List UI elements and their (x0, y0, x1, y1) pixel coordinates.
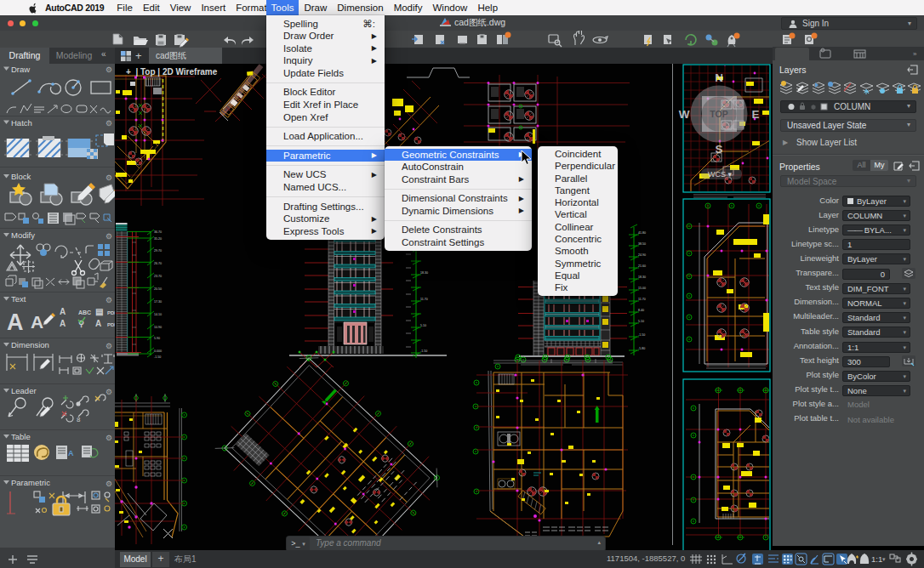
svg-text:A: A (95, 319, 101, 328)
svg-text:Dimension: Dimension (11, 340, 49, 349)
svg-text:⚙: ⚙ (106, 173, 112, 182)
svg-text:38.50: 38.50 (638, 242, 646, 246)
svg-text:⚙: ⚙ (106, 296, 112, 304)
svg-text:10.90: 10.90 (154, 326, 162, 329)
svg-text:PDF: PDF (107, 322, 115, 327)
svg-text:26.70: 26.70 (154, 262, 162, 265)
svg-text:⚙: ⚙ (106, 232, 112, 241)
svg-text:A: A (31, 312, 43, 332)
svg-text:11.70: 11.70 (420, 298, 428, 301)
svg-text:23.70: 23.70 (154, 275, 162, 278)
svg-text:-1.50: -1.50 (638, 333, 645, 337)
svg-text:5.10: 5.10 (638, 320, 644, 323)
svg-text:ABC: ABC (78, 310, 91, 315)
svg-text:A: A (60, 319, 66, 328)
svg-text:Table: Table (11, 432, 31, 441)
svg-text:-5.80: -5.80 (638, 347, 645, 350)
svg-text:A: A (7, 310, 24, 335)
svg-text:WCS ▾: WCS ▾ (708, 170, 732, 179)
svg-text:5.10: 5.10 (420, 324, 426, 327)
svg-text:W: W (679, 108, 690, 121)
svg-text:Leader: Leader (11, 386, 37, 395)
svg-text:-1.50: -1.50 (154, 355, 161, 359)
svg-text:5.90: 5.90 (154, 337, 160, 340)
svg-text:Modify: Modify (11, 230, 35, 240)
svg-text:⚙: ⚙ (106, 119, 112, 128)
svg-text:21.60: 21.60 (638, 264, 646, 268)
svg-text:⚙: ⚙ (106, 65, 112, 74)
svg-text:18.30: 18.30 (638, 275, 646, 279)
svg-text:⚙: ⚙ (106, 434, 112, 442)
svg-text:14.10: 14.10 (154, 313, 162, 316)
svg-text:17.30: 17.30 (154, 300, 162, 304)
svg-text:Block: Block (11, 172, 31, 181)
svg-text:Hatch: Hatch (11, 118, 32, 128)
svg-text:Parametric: Parametric (11, 478, 50, 487)
svg-text:0.000: 0.000 (154, 349, 162, 353)
svg-text:A: A (60, 307, 66, 316)
svg-text:24.90: 24.90 (638, 253, 646, 257)
svg-text:1:1: 1:1 (871, 554, 882, 564)
svg-text:8.40: 8.40 (638, 309, 644, 312)
svg-text:▾: ▾ (882, 556, 886, 562)
svg-text:35.20: 35.20 (154, 237, 162, 241)
svg-text:»: » (913, 50, 917, 58)
svg-text:-1.50: -1.50 (420, 349, 427, 353)
svg-text:+ | Top | 2D Wireframe: + | Top | 2D Wireframe (126, 67, 218, 77)
svg-text:⚙: ⚙ (106, 342, 112, 350)
svg-text:18.30: 18.30 (420, 271, 428, 275)
svg-text:36.70: 36.70 (154, 230, 162, 234)
svg-text:20.50: 20.50 (154, 287, 162, 291)
svg-text:Text: Text (11, 294, 26, 304)
svg-text:41.80: 41.80 (638, 231, 646, 235)
svg-text:E: E (751, 108, 759, 121)
svg-text:▤: ▤ (95, 307, 103, 316)
svg-text:11.70: 11.70 (638, 298, 646, 301)
svg-text:⚙: ⚙ (106, 480, 112, 488)
svg-text:⚙: ⚙ (106, 388, 112, 396)
svg-text:15.00: 15.00 (638, 287, 646, 290)
svg-text:Draw: Draw (11, 65, 30, 74)
svg-text:TOP: TOP (710, 109, 727, 119)
svg-text:S: S (715, 143, 722, 156)
svg-text:8: 8 (77, 416, 81, 423)
svg-text:A: A (68, 449, 74, 457)
svg-text:PDF: PDF (107, 310, 115, 315)
svg-text:29.70: 29.70 (154, 249, 162, 253)
svg-text:N: N (715, 71, 723, 84)
